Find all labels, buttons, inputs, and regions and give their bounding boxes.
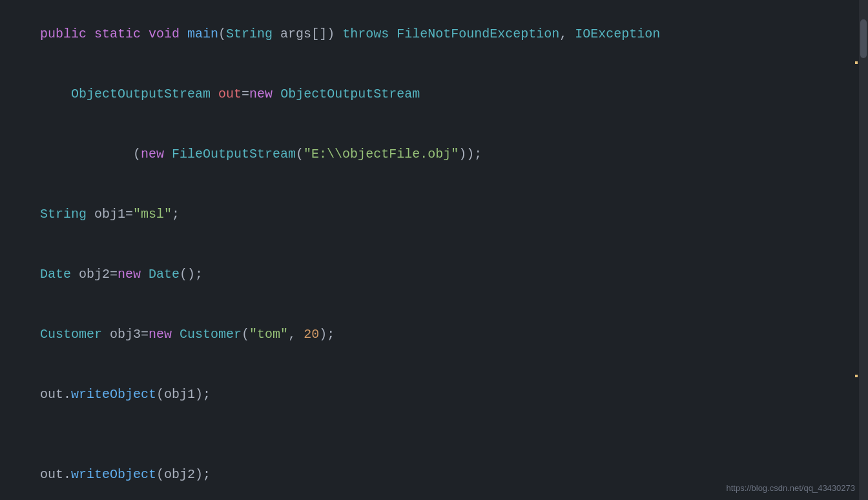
token-close: )); [459, 147, 482, 161]
token-keyword: static [94, 26, 149, 41]
code-line-7: out.writeObject(obj1); [0, 364, 868, 424]
code-line-5: Date obj2=new Date(); [0, 244, 868, 304]
gutter-mark-2 [855, 375, 858, 377]
token-date-type: Date [40, 267, 79, 282]
token-semi5: (obj2); [156, 467, 211, 482]
token-semi3: ); [319, 327, 335, 342]
code-line-1: public static void main(String args[]) t… [0, 4, 868, 64]
token-type: ObjectOutputStream [71, 87, 218, 101]
token-str-val: "msl" [133, 207, 172, 222]
token-comma2: , [288, 327, 304, 342]
token-keyword: throws [342, 26, 397, 41]
token-type: String [226, 26, 280, 41]
token-keyword: public [40, 26, 94, 41]
token-new2: new [141, 147, 172, 161]
token-comma: , [559, 26, 575, 41]
token-paren2: ( [296, 147, 304, 161]
token-obj1-name: obj1= [94, 207, 133, 222]
token-keyword: void [149, 26, 187, 41]
token-semi2: (); [180, 267, 203, 282]
token-out2: out. [40, 467, 71, 482]
code-line-8 [0, 424, 868, 444]
token-new4: new [149, 327, 180, 342]
token-writeobj2: writeObject [71, 467, 156, 482]
token-new3: new [118, 267, 149, 282]
token-indent2: ( [40, 147, 141, 161]
code-line-6: Customer obj3=new Customer("tom", 20); [0, 304, 868, 364]
watermark: https://blog.csdn.net/qq_43430273 [727, 482, 856, 495]
token-bracket: []) [311, 26, 335, 41]
code-line-3: (new FileOutputStream("E:\\objectFile.ob… [0, 124, 868, 184]
token-eq: = [242, 87, 249, 101]
code-line-2: ObjectOutputStream out=new ObjectOutputS… [0, 64, 868, 124]
token-semi: ; [172, 207, 180, 222]
token-obj2-name: obj2= [79, 267, 118, 282]
token-obj3-name: obj3= [110, 327, 149, 342]
token-out1: out. [40, 387, 71, 402]
token-num1: 20 [304, 327, 319, 342]
token-indent [40, 87, 71, 101]
token-method: main [187, 26, 218, 41]
token-paren: ( [218, 26, 226, 41]
token-semi4: (obj1); [156, 387, 211, 402]
token-exception1: FileNotFoundException [397, 26, 559, 41]
token-exception2: IOException [575, 26, 660, 41]
token-paren3: ( [242, 327, 249, 342]
token-customer-type: Customer [40, 327, 110, 342]
token-varname: out [218, 87, 242, 101]
token-date-ctor: Date [149, 267, 180, 282]
token-new: new [249, 87, 280, 101]
token-string-type: String [40, 207, 94, 222]
token-param: args [280, 26, 311, 41]
token-writeobj1: writeObject [71, 387, 156, 402]
gutter-mark-1 [855, 61, 858, 64]
token-plain [335, 26, 342, 41]
token-str1: "E:\\objectFile.obj" [304, 147, 459, 161]
token-fileout: FileOutputStream [172, 147, 296, 161]
token-customer-ctor: Customer [180, 327, 242, 342]
scrollbar-track[interactable] [859, 0, 868, 500]
scrollbar-thumb[interactable] [860, 19, 867, 58]
code-line-4: String obj1="msl"; [0, 184, 868, 244]
code-editor: public static void main(String args[]) t… [0, 0, 868, 500]
token-classname: ObjectOutputStream [280, 87, 420, 101]
token-tom: "tom" [249, 327, 288, 342]
